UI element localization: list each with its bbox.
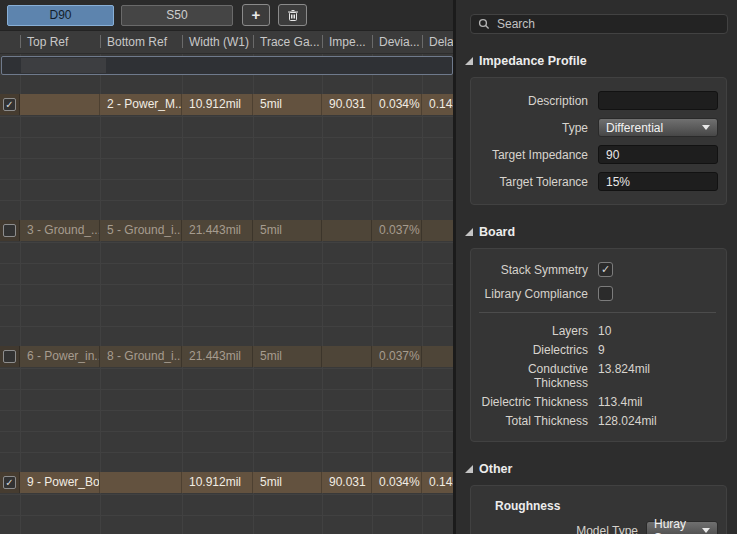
cell-top-ref: 3 - Ground_... bbox=[20, 220, 100, 241]
section-title: Other bbox=[479, 462, 512, 476]
table-row[interactable]: ✓ 2 - Power_M... 10.912mil 5mil 90.031 0… bbox=[0, 94, 455, 115]
model-type-dropdown[interactable]: Huray Sn bbox=[646, 521, 718, 534]
type-dropdown[interactable]: Differential bbox=[598, 118, 718, 137]
cell-bottom-ref: 2 - Power_M... bbox=[100, 94, 182, 115]
header-trace-gap[interactable]: Trace Ga... bbox=[253, 31, 322, 53]
collapse-triangle-icon bbox=[465, 465, 473, 473]
column-divider bbox=[422, 54, 423, 534]
collapse-triangle-icon bbox=[465, 57, 473, 65]
target-impedance-label: Target Impedance bbox=[477, 148, 588, 162]
column-divider bbox=[253, 54, 254, 534]
cell-top-ref: 9 - Power_Bot bbox=[20, 472, 100, 493]
library-compliance-label: Library Compliance bbox=[477, 287, 588, 301]
description-field[interactable] bbox=[598, 91, 718, 110]
column-divider bbox=[20, 54, 21, 534]
cell-impedance bbox=[322, 346, 372, 367]
header-bottom-ref[interactable]: Bottom Ref bbox=[100, 31, 182, 53]
description-label: Description bbox=[477, 94, 588, 108]
other-group: Roughness Model Type Huray Sn Surface Ro… bbox=[470, 485, 727, 534]
type-label: Type bbox=[477, 121, 588, 135]
cell-width: 21.443mil bbox=[182, 220, 253, 241]
cell-top-ref bbox=[20, 94, 100, 115]
table-row[interactable]: 6 - Power_in... 8 - Ground_i... 21.443mi… bbox=[0, 346, 455, 367]
column-divider bbox=[322, 54, 323, 534]
section-impedance-profile[interactable]: Impedance Profile bbox=[465, 54, 737, 68]
impedance-profile-group: Description Type Differential Target Imp… bbox=[470, 77, 727, 205]
cell-top-ref: 6 - Power_in... bbox=[20, 346, 100, 367]
layers-label: Layers bbox=[477, 324, 588, 338]
chevron-down-icon bbox=[702, 125, 710, 130]
layers-value: 10 bbox=[598, 324, 718, 338]
cell-impedance: 90.031 bbox=[322, 94, 372, 115]
header-deviation[interactable]: Devia... bbox=[372, 31, 422, 53]
stack-symmetry-checkbox[interactable]: ✓ bbox=[598, 262, 613, 277]
add-profile-button[interactable]: + bbox=[242, 4, 270, 26]
cell-delay: 0.145 bbox=[422, 94, 455, 115]
cell-impedance: 90.031 bbox=[322, 472, 372, 493]
table-body: ✓ 2 - Power_M... 10.912mil 5mil 90.031 0… bbox=[0, 54, 455, 534]
profile-tabs-bar: D90 S50 + bbox=[0, 0, 455, 31]
dielectric-thickness-value: 113.4mil bbox=[598, 395, 718, 409]
cell-deviation: 0.037% bbox=[372, 346, 422, 367]
target-tolerance-label: Target Tolerance bbox=[477, 175, 588, 189]
divider bbox=[479, 312, 716, 313]
header-impedance[interactable]: Impe... bbox=[322, 31, 372, 53]
dielectrics-label: Dielectrics bbox=[477, 343, 588, 357]
conductive-thickness-value: 13.824mil bbox=[598, 362, 718, 390]
cell-trace-gap: 5mil bbox=[253, 94, 322, 115]
header-checkbox-col bbox=[0, 31, 20, 53]
board-group: Stack Symmetry ✓ Library Compliance Laye… bbox=[470, 248, 727, 442]
properties-panel: Impedance Profile Description Type Diffe… bbox=[453, 0, 737, 534]
cell-delay: 0.145 bbox=[422, 472, 455, 493]
trash-icon bbox=[287, 9, 299, 22]
dielectrics-value: 9 bbox=[598, 343, 718, 357]
row-checkbox[interactable] bbox=[3, 224, 16, 237]
cell-width: 10.912mil bbox=[182, 94, 253, 115]
search-box[interactable] bbox=[470, 14, 728, 34]
cell-bottom-ref: 5 - Ground_i... bbox=[100, 220, 182, 241]
cell-width: 10.912mil bbox=[182, 472, 253, 493]
cell-deviation: 0.037% bbox=[372, 220, 422, 241]
cell-deviation: 0.034% bbox=[372, 94, 422, 115]
table-row[interactable]: 3 - Ground_... 5 - Ground_i... 21.443mil… bbox=[0, 220, 455, 241]
library-compliance-checkbox[interactable] bbox=[598, 286, 613, 301]
tab-d90[interactable]: D90 bbox=[7, 5, 114, 26]
conductive-thickness-label: Conductive Thickness bbox=[477, 362, 588, 390]
search-input[interactable] bbox=[497, 17, 720, 31]
header-top-ref[interactable]: Top Ref bbox=[20, 31, 100, 53]
cell-delay bbox=[422, 220, 455, 241]
cell-deviation: 0.034% bbox=[372, 472, 422, 493]
row-checkbox[interactable]: ✓ bbox=[3, 98, 16, 111]
cell-delay bbox=[422, 346, 455, 367]
header-width[interactable]: Width (W1) bbox=[182, 31, 253, 53]
section-board[interactable]: Board bbox=[465, 225, 737, 239]
roughness-subheader: Roughness bbox=[477, 499, 718, 513]
row-checkbox[interactable]: ✓ bbox=[3, 476, 16, 489]
target-tolerance-field[interactable] bbox=[598, 172, 718, 191]
cell-impedance bbox=[322, 220, 372, 241]
cell-trace-gap: 5mil bbox=[253, 220, 322, 241]
section-title: Impedance Profile bbox=[479, 54, 587, 68]
impedance-table-panel: D90 S50 + Top Ref Bottom Ref bbox=[0, 0, 455, 534]
target-impedance-field[interactable] bbox=[598, 145, 718, 164]
header-delay[interactable]: Delay bbox=[422, 31, 455, 53]
collapse-triangle-icon bbox=[465, 228, 473, 236]
cell-trace-gap: 5mil bbox=[253, 472, 322, 493]
section-other[interactable]: Other bbox=[465, 462, 737, 476]
column-divider bbox=[182, 54, 183, 534]
model-type-label: Model Type bbox=[477, 524, 638, 534]
column-divider bbox=[100, 54, 101, 534]
cell-width: 21.443mil bbox=[182, 346, 253, 367]
total-thickness-label: Total Thickness bbox=[477, 414, 588, 428]
chevron-down-icon bbox=[702, 528, 710, 533]
cell-bottom-ref bbox=[100, 472, 182, 493]
type-value: Differential bbox=[606, 121, 663, 135]
stack-symmetry-label: Stack Symmetry bbox=[477, 263, 588, 277]
table-row[interactable]: ✓ 9 - Power_Bot 10.912mil 5mil 90.031 0.… bbox=[0, 472, 455, 493]
filter-row-input[interactable] bbox=[1, 56, 453, 75]
table-header-row: Top Ref Bottom Ref Width (W1) Trace Ga..… bbox=[0, 31, 455, 54]
row-checkbox[interactable] bbox=[3, 350, 16, 363]
filter-top-ref-cell[interactable] bbox=[21, 58, 106, 73]
tab-s50[interactable]: S50 bbox=[121, 5, 233, 26]
delete-profile-button[interactable] bbox=[278, 4, 307, 26]
